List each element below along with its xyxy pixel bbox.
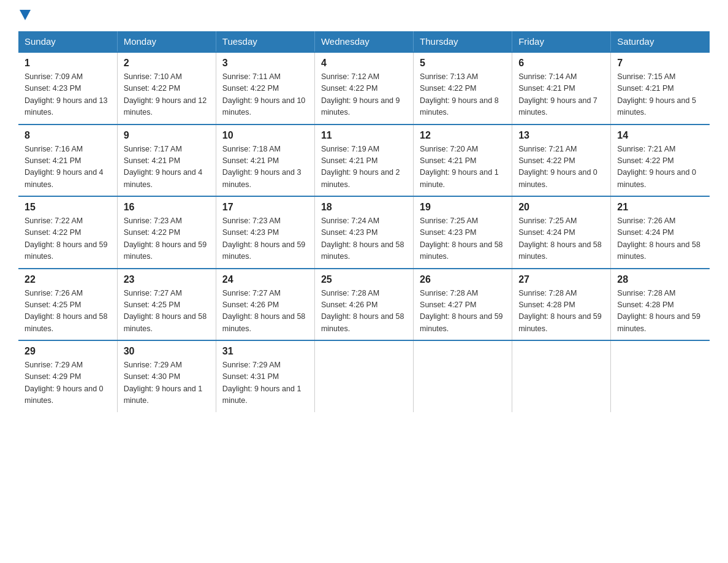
- day-number: 8: [25, 130, 111, 141]
- calendar-cell: 15 Sunrise: 7:22 AM Sunset: 4:22 PM Dayl…: [18, 196, 117, 269]
- calendar-cell: 25 Sunrise: 7:28 AM Sunset: 4:26 PM Dayl…: [314, 269, 413, 341]
- calendar-cell: 27 Sunrise: 7:28 AM Sunset: 4:28 PM Dayl…: [512, 269, 611, 341]
- day-number: 20: [518, 202, 604, 213]
- day-number: 21: [617, 202, 703, 213]
- calendar-cell: 19 Sunrise: 7:25 AM Sunset: 4:23 PM Dayl…: [414, 196, 512, 269]
- day-info: Sunrise: 7:18 AM Sunset: 4:21 PM Dayligh…: [222, 144, 308, 191]
- day-info: Sunrise: 7:26 AM Sunset: 4:25 PM Dayligh…: [25, 288, 111, 335]
- calendar-cell: [414, 340, 512, 412]
- day-number: 9: [124, 130, 210, 141]
- day-number: 18: [321, 202, 407, 213]
- calendar-cell: 23 Sunrise: 7:27 AM Sunset: 4:25 PM Dayl…: [117, 269, 216, 341]
- day-number: 2: [124, 58, 210, 69]
- day-info: Sunrise: 7:27 AM Sunset: 4:26 PM Dayligh…: [222, 288, 308, 335]
- calendar-cell: 12 Sunrise: 7:20 AM Sunset: 4:21 PM Dayl…: [414, 124, 512, 197]
- weekday-header-saturday: Saturday: [611, 31, 710, 52]
- calendar-cell: 21 Sunrise: 7:26 AM Sunset: 4:24 PM Dayl…: [611, 196, 710, 269]
- page-header: [18, 12, 710, 19]
- day-number: 10: [222, 130, 308, 141]
- calendar-cell: 20 Sunrise: 7:25 AM Sunset: 4:24 PM Dayl…: [512, 196, 611, 269]
- day-number: 1: [25, 58, 111, 69]
- calendar-cell: 7 Sunrise: 7:15 AM Sunset: 4:21 PM Dayli…: [611, 52, 710, 124]
- calendar-cell: 13 Sunrise: 7:21 AM Sunset: 4:22 PM Dayl…: [512, 124, 611, 197]
- day-number: 28: [617, 274, 703, 285]
- day-info: Sunrise: 7:22 AM Sunset: 4:22 PM Dayligh…: [25, 215, 111, 263]
- weekday-header-monday: Monday: [117, 31, 216, 52]
- calendar-cell: 16 Sunrise: 7:23 AM Sunset: 4:22 PM Dayl…: [117, 196, 216, 269]
- week-row-3: 15 Sunrise: 7:22 AM Sunset: 4:22 PM Dayl…: [18, 196, 710, 269]
- logo: [18, 12, 32, 19]
- calendar-cell: 4 Sunrise: 7:12 AM Sunset: 4:22 PM Dayli…: [314, 52, 413, 124]
- day-info: Sunrise: 7:28 AM Sunset: 4:28 PM Dayligh…: [617, 288, 703, 335]
- day-info: Sunrise: 7:28 AM Sunset: 4:28 PM Dayligh…: [518, 288, 604, 335]
- day-number: 24: [222, 274, 308, 285]
- calendar-cell: 1 Sunrise: 7:09 AM Sunset: 4:23 PM Dayli…: [18, 52, 117, 124]
- weekday-header-sunday: Sunday: [18, 31, 117, 52]
- day-info: Sunrise: 7:28 AM Sunset: 4:26 PM Dayligh…: [321, 288, 407, 335]
- calendar-cell: 14 Sunrise: 7:21 AM Sunset: 4:22 PM Dayl…: [611, 124, 710, 197]
- week-row-1: 1 Sunrise: 7:09 AM Sunset: 4:23 PM Dayli…: [18, 52, 710, 124]
- day-info: Sunrise: 7:19 AM Sunset: 4:21 PM Dayligh…: [321, 144, 407, 191]
- weekday-header-thursday: Thursday: [414, 31, 512, 52]
- week-row-2: 8 Sunrise: 7:16 AM Sunset: 4:21 PM Dayli…: [18, 124, 710, 197]
- calendar-cell: 9 Sunrise: 7:17 AM Sunset: 4:21 PM Dayli…: [117, 124, 216, 197]
- day-number: 3: [222, 58, 308, 69]
- day-number: 22: [25, 274, 111, 285]
- calendar-cell: 18 Sunrise: 7:24 AM Sunset: 4:23 PM Dayl…: [314, 196, 413, 269]
- day-number: 19: [420, 202, 506, 213]
- day-info: Sunrise: 7:10 AM Sunset: 4:22 PM Dayligh…: [124, 71, 210, 119]
- day-info: Sunrise: 7:17 AM Sunset: 4:21 PM Dayligh…: [124, 144, 210, 191]
- weekday-header-wednesday: Wednesday: [314, 31, 413, 52]
- day-number: 15: [25, 202, 111, 213]
- day-info: Sunrise: 7:23 AM Sunset: 4:22 PM Dayligh…: [124, 215, 210, 263]
- day-info: Sunrise: 7:28 AM Sunset: 4:27 PM Dayligh…: [420, 288, 506, 335]
- calendar-cell: 28 Sunrise: 7:28 AM Sunset: 4:28 PM Dayl…: [611, 269, 710, 341]
- calendar-cell: 30 Sunrise: 7:29 AM Sunset: 4:30 PM Dayl…: [117, 340, 216, 412]
- calendar-cell: 17 Sunrise: 7:23 AM Sunset: 4:23 PM Dayl…: [216, 196, 314, 269]
- day-number: 17: [222, 202, 308, 213]
- day-number: 26: [420, 274, 506, 285]
- day-number: 30: [124, 346, 210, 357]
- calendar-cell: 8 Sunrise: 7:16 AM Sunset: 4:21 PM Dayli…: [18, 124, 117, 197]
- day-info: Sunrise: 7:13 AM Sunset: 4:22 PM Dayligh…: [420, 71, 506, 119]
- calendar-cell: 11 Sunrise: 7:19 AM Sunset: 4:21 PM Dayl…: [314, 124, 413, 197]
- week-row-5: 29 Sunrise: 7:29 AM Sunset: 4:29 PM Dayl…: [18, 340, 710, 412]
- day-info: Sunrise: 7:09 AM Sunset: 4:23 PM Dayligh…: [25, 71, 111, 119]
- day-number: 31: [222, 346, 308, 357]
- calendar-cell: 31 Sunrise: 7:29 AM Sunset: 4:31 PM Dayl…: [216, 340, 314, 412]
- day-info: Sunrise: 7:20 AM Sunset: 4:21 PM Dayligh…: [420, 144, 506, 191]
- day-info: Sunrise: 7:25 AM Sunset: 4:24 PM Dayligh…: [518, 215, 604, 263]
- day-info: Sunrise: 7:26 AM Sunset: 4:24 PM Dayligh…: [617, 215, 703, 263]
- day-info: Sunrise: 7:29 AM Sunset: 4:29 PM Dayligh…: [25, 359, 111, 407]
- calendar-cell: [611, 340, 710, 412]
- calendar-cell: 26 Sunrise: 7:28 AM Sunset: 4:27 PM Dayl…: [414, 269, 512, 341]
- day-number: 25: [321, 274, 407, 285]
- day-number: 27: [518, 274, 604, 285]
- day-info: Sunrise: 7:11 AM Sunset: 4:22 PM Dayligh…: [222, 71, 308, 119]
- weekday-header-row: SundayMondayTuesdayWednesdayThursdayFrid…: [18, 31, 710, 52]
- day-number: 23: [124, 274, 210, 285]
- day-number: 14: [617, 130, 703, 141]
- day-info: Sunrise: 7:21 AM Sunset: 4:22 PM Dayligh…: [518, 144, 604, 191]
- calendar-cell: 2 Sunrise: 7:10 AM Sunset: 4:22 PM Dayli…: [117, 52, 216, 124]
- calendar-cell: 24 Sunrise: 7:27 AM Sunset: 4:26 PM Dayl…: [216, 269, 314, 341]
- day-number: 11: [321, 130, 407, 141]
- day-number: 4: [321, 58, 407, 69]
- day-info: Sunrise: 7:25 AM Sunset: 4:23 PM Dayligh…: [420, 215, 506, 263]
- day-number: 12: [420, 130, 506, 141]
- weekday-header-friday: Friday: [512, 31, 611, 52]
- week-row-4: 22 Sunrise: 7:26 AM Sunset: 4:25 PM Dayl…: [18, 269, 710, 341]
- day-info: Sunrise: 7:29 AM Sunset: 4:31 PM Dayligh…: [222, 359, 308, 407]
- day-number: 5: [420, 58, 506, 69]
- calendar-cell: 29 Sunrise: 7:29 AM Sunset: 4:29 PM Dayl…: [18, 340, 117, 412]
- calendar-table: SundayMondayTuesdayWednesdayThursdayFrid…: [18, 31, 710, 412]
- day-info: Sunrise: 7:29 AM Sunset: 4:30 PM Dayligh…: [124, 359, 210, 407]
- day-info: Sunrise: 7:15 AM Sunset: 4:21 PM Dayligh…: [617, 71, 703, 119]
- calendar-cell: 5 Sunrise: 7:13 AM Sunset: 4:22 PM Dayli…: [414, 52, 512, 124]
- day-info: Sunrise: 7:16 AM Sunset: 4:21 PM Dayligh…: [25, 144, 111, 191]
- calendar-cell: 3 Sunrise: 7:11 AM Sunset: 4:22 PM Dayli…: [216, 52, 314, 124]
- day-info: Sunrise: 7:21 AM Sunset: 4:22 PM Dayligh…: [617, 144, 703, 191]
- day-info: Sunrise: 7:23 AM Sunset: 4:23 PM Dayligh…: [222, 215, 308, 263]
- calendar-cell: 22 Sunrise: 7:26 AM Sunset: 4:25 PM Dayl…: [18, 269, 117, 341]
- calendar-cell: 10 Sunrise: 7:18 AM Sunset: 4:21 PM Dayl…: [216, 124, 314, 197]
